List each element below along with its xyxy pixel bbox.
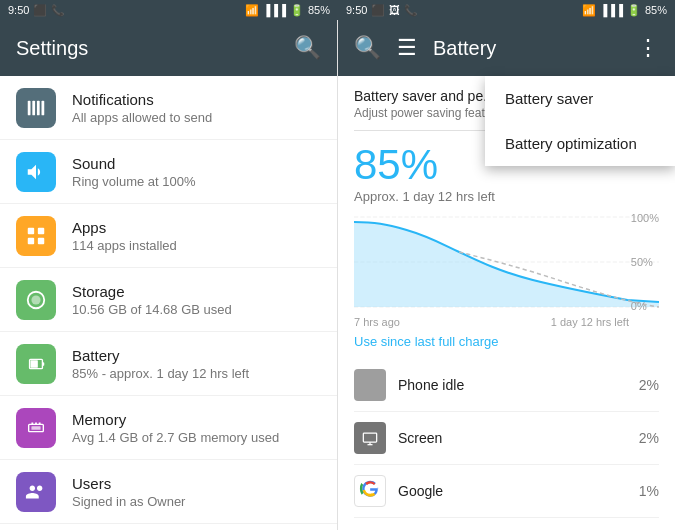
chart-time-end: 1 day 12 hrs left (551, 316, 629, 328)
svg-rect-21 (363, 433, 376, 442)
notifications-subtitle: All apps allowed to send (72, 110, 321, 125)
notifications-text: Notifications All apps allowed to send (72, 91, 321, 125)
battery-list-subtitle: 85% - approx. 1 day 12 hrs left (72, 366, 321, 381)
users-title: Users (72, 475, 321, 492)
svg-rect-11 (42, 362, 44, 366)
users-text: Users Signed in as Owner (72, 475, 321, 509)
users-icon (16, 472, 56, 512)
memory-subtitle: Avg 1.4 GB of 2.7 GB memory used (72, 430, 321, 445)
svg-rect-5 (38, 227, 44, 233)
call-icon-right: 📞 (404, 4, 418, 17)
memory-text: Memory Avg 1.4 GB of 2.7 GB memory used (72, 411, 321, 445)
sound-title: Sound (72, 155, 321, 172)
dropdown-battery-optimization[interactable]: Battery optimization (485, 121, 675, 166)
battery-menu-icon[interactable]: ☰ (397, 35, 417, 61)
screen-icon (354, 422, 386, 454)
battery-header: 🔍 ☰ Battery ⋮ (338, 20, 675, 76)
right-time: 9:50 (346, 4, 367, 16)
screen-percent: 2% (639, 430, 659, 446)
chart-label-50: 50% (631, 256, 659, 268)
apps-subtitle: 114 apps installed (72, 238, 321, 253)
google-icon (354, 475, 386, 507)
left-status-bar: 9:50 ⬛ 📞 📶 ▐▐▐ 🔋 85% (0, 0, 338, 20)
settings-item-memory[interactable]: Memory Avg 1.4 GB of 2.7 GB memory used (0, 396, 337, 460)
signal-icon-right: ▐▐▐ (600, 4, 623, 16)
settings-header: Settings 🔍 (0, 20, 337, 76)
sound-text: Sound Ring volume at 100% (72, 155, 321, 189)
settings-search-icon[interactable]: 🔍 (294, 35, 321, 61)
svg-rect-17 (31, 426, 40, 430)
notifications-title: Notifications (72, 91, 321, 108)
svg-rect-2 (37, 100, 40, 115)
chart-time-labels: 7 hrs ago 1 day 12 hrs left (354, 316, 629, 328)
battery-chart: 100% 50% 0% (354, 212, 659, 312)
signal-icon: ▐▐▐ (263, 4, 286, 16)
apps-title: Apps (72, 219, 321, 236)
svg-rect-6 (28, 237, 34, 243)
phone-idle-percent: 2% (639, 377, 659, 393)
chart-time-start: 7 hrs ago (354, 316, 400, 328)
storage-icon (16, 280, 56, 320)
usage-item-google[interactable]: Google 1% (354, 465, 659, 518)
phone-icon: 📞 (51, 4, 65, 17)
svg-rect-4 (28, 227, 34, 233)
settings-item-users[interactable]: Users Signed in as Owner (0, 460, 337, 524)
apps-icon (16, 216, 56, 256)
svg-rect-14 (31, 422, 33, 424)
users-subtitle: Signed in as Owner (72, 494, 321, 509)
battery-time-left: Approx. 1 day 12 hrs left (354, 189, 659, 204)
settings-item-battery[interactable]: Battery 85% - approx. 1 day 12 hrs left (0, 332, 337, 396)
usage-item-phone-idle[interactable]: Phone idle 2% (354, 359, 659, 412)
svg-rect-15 (35, 422, 37, 424)
svg-rect-12 (31, 360, 38, 367)
wifi-icon-right: 📶 (582, 4, 596, 17)
chart-label-100: 100% (631, 212, 659, 224)
use-since-link[interactable]: Use since last full charge (354, 334, 659, 349)
left-time: 9:50 (8, 4, 29, 16)
memory-title: Memory (72, 411, 321, 428)
battery-title: Battery (433, 37, 621, 60)
svg-rect-16 (39, 422, 41, 424)
storage-subtitle: 10.56 GB of 14.68 GB used (72, 302, 321, 317)
notifications-icon (16, 88, 56, 128)
google-percent: 1% (639, 483, 659, 499)
battery-percent-left: 85% (308, 4, 330, 16)
battery-icon-right: 🔋 (627, 4, 641, 17)
chart-label-0: 0% (631, 300, 659, 312)
battery-dropdown: Battery saver Battery optimization (485, 76, 675, 166)
settings-title: Settings (16, 37, 88, 60)
dropdown-battery-saver[interactable]: Battery saver (485, 76, 675, 121)
svg-rect-0 (28, 100, 31, 115)
storage-text: Storage 10.56 GB of 14.68 GB used (72, 283, 321, 317)
chart-labels: 100% 50% 0% (631, 212, 659, 312)
battery-panel: 🔍 ☰ Battery ⋮ Battery saver Battery opti… (338, 20, 675, 530)
sound-subtitle: Ring volume at 100% (72, 174, 321, 189)
svg-rect-7 (38, 237, 44, 243)
svg-rect-3 (42, 100, 45, 115)
google-name: Google (398, 483, 639, 499)
settings-item-gestures[interactable]: Gestures Quick gestures to control your … (0, 524, 337, 530)
svg-rect-1 (32, 100, 35, 115)
settings-item-sound[interactable]: Sound Ring volume at 100% (0, 140, 337, 204)
screen-name: Screen (398, 430, 639, 446)
phone-idle-icon (354, 369, 386, 401)
settings-item-notifications[interactable]: Notifications All apps allowed to send (0, 76, 337, 140)
right-status-bar: 9:50 ⬛ 🖼 📞 📶 ▐▐▐ 🔋 85% (338, 0, 675, 20)
apps-text: Apps 114 apps installed (72, 219, 321, 253)
battery-overflow-icon[interactable]: ⋮ (637, 35, 659, 61)
phone-idle-name: Phone idle (398, 377, 639, 393)
battery-list-title: Battery (72, 347, 321, 364)
battery-list-icon (16, 344, 56, 384)
storage-title: Storage (72, 283, 321, 300)
usage-item-screen[interactable]: Screen 2% (354, 412, 659, 465)
whatsapp-icon: ⬛ (33, 4, 47, 17)
memory-icon (16, 408, 56, 448)
sound-icon (16, 152, 56, 192)
svg-point-9 (31, 295, 40, 304)
settings-list: Notifications All apps allowed to send S… (0, 76, 337, 530)
settings-item-storage[interactable]: Storage 10.56 GB of 14.68 GB used (0, 268, 337, 332)
battery-search-icon[interactable]: 🔍 (354, 35, 381, 61)
settings-item-apps[interactable]: Apps 114 apps installed (0, 204, 337, 268)
battery-percent-right: 85% (645, 4, 667, 16)
whatsapp-icon-right: ⬛ (371, 4, 385, 17)
